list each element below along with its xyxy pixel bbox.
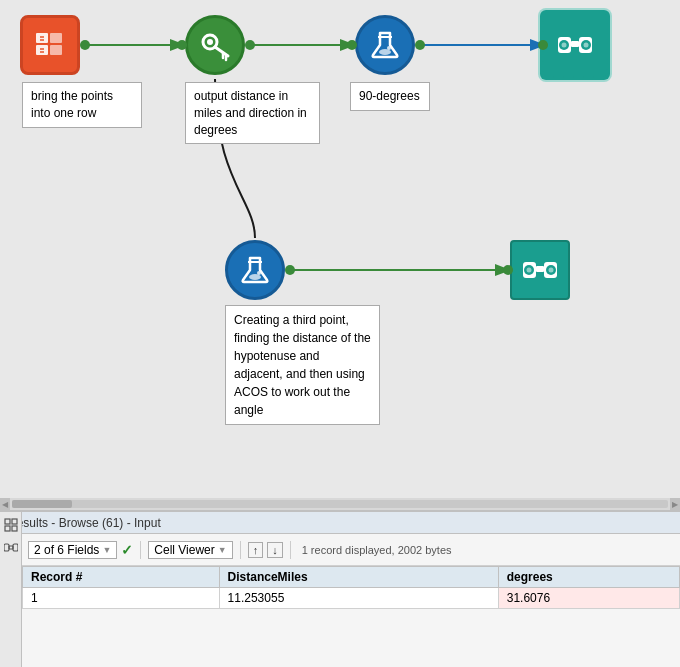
workflow-canvas[interactable]: bring the points into one row output dis… — [0, 0, 680, 510]
svg-rect-49 — [4, 544, 9, 551]
col-header-degrees: degrees — [498, 567, 679, 588]
scrollbar-thumb[interactable] — [12, 500, 72, 508]
svg-rect-12 — [36, 33, 48, 43]
flask-top-icon — [358, 18, 412, 72]
svg-point-27 — [387, 46, 391, 50]
col-header-distance: DistanceMiles — [219, 567, 498, 588]
toolbar-divider-2 — [240, 541, 241, 559]
svg-rect-45 — [5, 519, 10, 524]
node-formula-key[interactable] — [185, 15, 245, 75]
cell-viewer-dropdown[interactable]: Cell Viewer ▼ — [148, 541, 232, 559]
label-green: output distance in miles and direction i… — [185, 82, 320, 144]
svg-point-6 — [245, 40, 255, 50]
fields-label: 2 of 6 Fields — [34, 543, 99, 557]
svg-rect-14 — [50, 33, 62, 43]
join-icon — [23, 18, 77, 72]
cell-record: 1 — [23, 588, 220, 609]
results-table: Record # DistanceMiles degrees — [22, 566, 680, 609]
record-info: 1 record displayed, 2002 bytes — [302, 544, 452, 556]
toolbar-divider-3 — [290, 541, 291, 559]
node-browse-bottom[interactable] — [510, 240, 570, 300]
cell-degrees: 31.6076 — [498, 588, 679, 609]
col-header-record: Record # — [23, 567, 220, 588]
node-join[interactable] — [20, 15, 80, 75]
results-toolbar: 2 of 6 Fields ▼ ✓ Cell Viewer ▼ ↑ ↓ — [22, 534, 680, 566]
label-blue-bottom: Creating a third point, finding the dist… — [225, 305, 380, 425]
svg-rect-47 — [5, 526, 10, 531]
label-blue-top: 90-degrees — [350, 82, 430, 111]
svg-rect-50 — [13, 544, 18, 551]
svg-rect-46 — [12, 519, 17, 524]
svg-rect-51 — [9, 546, 13, 549]
results-panel: Results - Browse (61) - Input — [0, 510, 680, 667]
svg-point-4 — [80, 40, 90, 50]
node-formula-flask-top[interactable] — [355, 15, 415, 75]
cell-distance: 11.253055 — [219, 588, 498, 609]
binoculars-top-icon — [544, 14, 606, 76]
table-row: 1 11.253055 31.6076 — [23, 588, 680, 609]
cell-viewer-label: Cell Viewer — [154, 543, 214, 557]
results-left-sidebar — [0, 512, 22, 667]
binoculars-bottom-icon — [512, 242, 568, 298]
svg-point-21 — [207, 39, 213, 45]
svg-point-37 — [257, 271, 261, 275]
sidebar-grid-icon[interactable] — [2, 516, 20, 534]
svg-point-34 — [584, 43, 589, 48]
results-main: 2 of 6 Fields ▼ ✓ Cell Viewer ▼ ↑ ↓ — [22, 534, 680, 667]
key-icon — [188, 18, 242, 72]
svg-point-43 — [527, 268, 532, 273]
results-title: Results - Browse (61) - Input — [8, 516, 161, 530]
fields-dropdown[interactable]: 2 of 6 Fields ▼ — [28, 541, 117, 559]
node-browse-top[interactable] — [542, 12, 608, 78]
checkmark-icon[interactable]: ✓ — [121, 542, 133, 558]
node-formula-flask-bottom[interactable] — [225, 240, 285, 300]
results-table-container: Record # DistanceMiles degrees — [22, 566, 680, 609]
dropdown-arrow-viewer: ▼ — [218, 545, 227, 555]
label-join: bring the points into one row — [22, 82, 142, 128]
sidebar-binoculars-icon[interactable] — [2, 538, 20, 556]
toolbar-divider-1 — [140, 541, 141, 559]
svg-point-8 — [415, 40, 425, 50]
sort-up-button[interactable]: ↑ — [248, 542, 264, 558]
results-header: Results - Browse (61) - Input — [0, 512, 680, 534]
dropdown-arrow-fields: ▼ — [102, 545, 111, 555]
svg-rect-40 — [536, 266, 544, 272]
svg-point-10 — [285, 265, 295, 275]
svg-rect-30 — [571, 41, 579, 47]
svg-rect-15 — [50, 45, 62, 55]
sort-down-button[interactable]: ↓ — [267, 542, 283, 558]
svg-rect-48 — [12, 526, 17, 531]
canvas-scrollbar[interactable]: ◀ ▶ — [0, 498, 680, 510]
svg-point-33 — [562, 43, 567, 48]
svg-point-44 — [549, 268, 554, 273]
flask-bottom-icon — [228, 243, 282, 297]
svg-rect-13 — [36, 45, 48, 55]
